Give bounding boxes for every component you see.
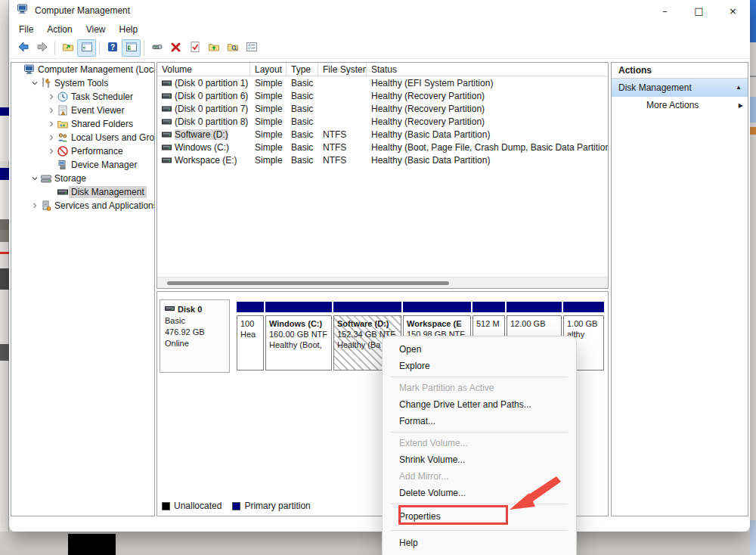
menu-item-help[interactable]: Help xyxy=(383,535,576,551)
tree-item-local-users-and-groups[interactable]: Local Users and Groups xyxy=(11,131,154,144)
chevron-right-icon[interactable] xyxy=(47,147,56,155)
tree-item-services-and-applications[interactable]: Services and Applications xyxy=(11,199,154,212)
cell-volume: (Disk 0 partition 8) xyxy=(157,116,250,127)
checklist-button[interactable] xyxy=(242,39,261,57)
shared-folders-icon xyxy=(56,118,69,130)
volume-table-header[interactable]: VolumeLayoutTypeFile SystemStatus xyxy=(157,63,608,76)
column-header-status[interactable]: Status xyxy=(367,63,609,76)
export-folder-icon xyxy=(62,41,74,56)
tree-item-label: Performance xyxy=(69,145,125,157)
tree-item-device-manager[interactable]: Device Manager xyxy=(11,158,154,172)
scheduler-icon xyxy=(56,91,69,103)
chevron-right-icon[interactable] xyxy=(30,202,39,209)
menu-file[interactable]: File xyxy=(12,23,40,36)
toolbar-separator xyxy=(54,42,55,55)
console-tool-button[interactable] xyxy=(147,39,166,57)
chevron-right-icon[interactable] xyxy=(47,120,56,128)
volume-name: (Disk 0 partition 7) xyxy=(175,104,248,114)
column-header-volume[interactable]: Volume xyxy=(157,63,250,76)
disk0-info-box[interactable]: Disk 0 Basic 476.92 GB Online xyxy=(160,299,230,373)
bg-fragment xyxy=(0,116,9,161)
folder-up-button[interactable] xyxy=(204,39,223,57)
tree-item-computer-management-local[interactable]: Computer Management (Local) xyxy=(11,63,154,76)
minimize-button[interactable]: – xyxy=(648,0,682,21)
volume-icon xyxy=(162,116,172,127)
disk-legend: UnallocatedPrimary partition xyxy=(162,501,311,511)
partition-line3: Healthy (Boot, xyxy=(269,340,328,350)
cell-volume: (Disk 0 partition 7) xyxy=(157,104,250,114)
cell-type: Basic xyxy=(287,129,318,140)
tree-item-event-viewer[interactable]: !Event Viewer xyxy=(11,104,154,117)
volume-row[interactable]: (Disk 0 partition 8)SimpleBasicHealthy (… xyxy=(157,115,608,128)
menu-item-explore[interactable]: Explore xyxy=(383,358,576,374)
chevron-down-icon[interactable] xyxy=(30,175,39,182)
volume-row[interactable]: (Disk 0 partition 6)SimpleBasicHealthy (… xyxy=(157,89,608,102)
column-header-file-system[interactable]: File System xyxy=(318,63,367,76)
menu-item-change-drive-letter-and-paths[interactable]: Change Drive Letter and Paths... xyxy=(383,396,576,413)
menu-item-shrink-volume[interactable]: Shrink Volume... xyxy=(383,451,576,468)
legend-item-unallocated: Unallocated xyxy=(162,501,222,511)
menu-help[interactable]: Help xyxy=(113,23,145,36)
chevron-right-icon[interactable] xyxy=(47,107,56,114)
show-console-tree-button[interactable] xyxy=(77,39,96,57)
cell-layout: Simple xyxy=(250,155,287,166)
more-actions-item[interactable]: More Actions ▶ xyxy=(612,97,748,113)
actions-group-disk-management[interactable]: Disk Management ▲ xyxy=(612,79,748,97)
legend-swatch xyxy=(232,502,240,510)
partition-body[interactable]: 100Hea xyxy=(237,315,264,371)
tree-item-disk-management[interactable]: Disk Management xyxy=(11,185,154,199)
services-icon xyxy=(39,200,52,212)
toolbar-separator xyxy=(144,42,144,55)
column-header-type[interactable]: Type xyxy=(287,63,318,76)
svg-text:?: ? xyxy=(110,43,114,51)
tree-item-task-scheduler[interactable]: Task Scheduler xyxy=(11,90,154,104)
partition-line1: Software (D:) xyxy=(337,318,398,329)
cell-fs: NTFS xyxy=(318,142,367,153)
chevron-down-icon[interactable] xyxy=(30,79,39,87)
cell-volume: Windows (C:) xyxy=(157,142,250,153)
collapse-chevron-icon[interactable]: ▲ xyxy=(736,84,742,91)
volume-list-pane: VolumeLayoutTypeFile SystemStatus (Disk … xyxy=(156,62,609,289)
maximize-button[interactable]: □ xyxy=(682,0,716,21)
volume-row[interactable]: Software (D:)SimpleBasicNTFSHealthy (Bas… xyxy=(157,128,608,141)
volume-row[interactable]: Windows (C:)SimpleBasicNTFSHealthy (Boot… xyxy=(157,141,608,153)
volume-row[interactable]: (Disk 0 partition 7)SimpleBasicHealthy (… xyxy=(157,102,608,115)
volume-row[interactable]: (Disk 0 partition 1)SimpleBasicHealthy (… xyxy=(157,76,608,89)
performance-icon xyxy=(56,145,69,157)
folder-search-button[interactable] xyxy=(223,39,242,57)
bg-fragment xyxy=(0,344,9,361)
menu-item-open[interactable]: Open xyxy=(383,341,576,358)
partition-block[interactable]: 100Hea xyxy=(237,299,264,373)
help-button[interactable]: ? xyxy=(103,39,122,57)
close-button[interactable]: × xyxy=(716,0,750,21)
tree-item-storage[interactable]: Storage xyxy=(11,172,154,185)
cell-type: Basic xyxy=(287,78,318,88)
partition-block-windows-c[interactable]: Windows (C:)160.00 GB NTFHealthy (Boot, xyxy=(265,299,332,373)
disk-name: Disk 0 xyxy=(178,304,202,315)
scrollbar-thumb[interactable] xyxy=(167,281,449,285)
horizontal-scrollbar[interactable] xyxy=(157,277,608,288)
tree-item-label: Device Manager xyxy=(69,159,139,171)
partition-body[interactable]: Windows (C:)160.00 GB NTFHealthy (Boot, xyxy=(265,315,332,371)
tree-item-system-tools[interactable]: System Tools xyxy=(11,76,154,90)
forward-arrow-button[interactable] xyxy=(33,39,51,57)
delete-icon xyxy=(170,41,182,56)
show-action-pane-button[interactable] xyxy=(122,39,141,57)
tree-item-shared-folders[interactable]: Shared Folders xyxy=(11,117,154,131)
column-header-layout[interactable]: Layout xyxy=(250,63,287,76)
tree-item-performance[interactable]: Performance xyxy=(11,144,154,158)
volume-icon xyxy=(162,104,172,114)
title-bar[interactable]: Computer Management – □ × xyxy=(9,0,750,21)
tree-item-label: Storage xyxy=(52,172,88,184)
tree-item-label: System Tools xyxy=(52,77,110,89)
delete-button[interactable] xyxy=(166,39,185,57)
export-folder-button[interactable] xyxy=(58,39,77,57)
chevron-right-icon[interactable] xyxy=(47,134,56,141)
volume-row[interactable]: Workspace (E:)SimpleBasicNTFSHealthy (Ba… xyxy=(157,153,608,166)
menu-view[interactable]: View xyxy=(79,23,113,36)
back-arrow-button[interactable] xyxy=(14,39,33,57)
check-document-button[interactable] xyxy=(185,39,204,57)
menu-item-format[interactable]: Format... xyxy=(383,413,576,429)
chevron-right-icon[interactable] xyxy=(47,93,56,101)
menu-action[interactable]: Action xyxy=(40,23,79,36)
